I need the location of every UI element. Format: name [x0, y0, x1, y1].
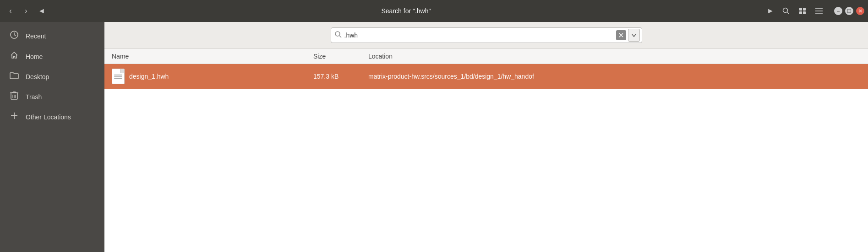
sidebar-item-other-locations-label: Other Locations — [26, 113, 71, 121]
column-header-name: Name — [112, 53, 313, 60]
maximize-button[interactable]: ☐ — [845, 7, 853, 15]
file-list-header: Name Size Location — [104, 49, 868, 64]
sidebar-item-desktop[interactable]: Desktop — [0, 67, 104, 86]
file-list-area: Name Size Location des — [104, 49, 868, 252]
minimize-icon: – — [837, 8, 840, 14]
clock-icon — [9, 30, 19, 42]
file-icon — [112, 69, 125, 84]
maximize-icon: ☐ — [847, 8, 852, 14]
sidebar-item-desktop-label: Desktop — [26, 73, 49, 80]
window-title: Search for ".hwh" — [50, 7, 762, 15]
sidebar-item-recent[interactable]: Recent — [0, 26, 104, 46]
plus-icon — [9, 112, 19, 122]
sidebar-item-home-label: Home — [26, 53, 43, 60]
file-size-cell: 157.3 kB — [313, 73, 368, 80]
table-row[interactable]: design_1.hwh 157.3 kB matrix-product-hw.… — [104, 64, 868, 89]
search-clear-button[interactable] — [616, 30, 626, 40]
home-icon — [9, 51, 19, 62]
trash-icon — [9, 91, 19, 102]
left-arrow-button[interactable]: ◄ — [35, 4, 49, 18]
search-dropdown-button[interactable] — [628, 29, 640, 42]
sidebar: Recent Home Desktop — [0, 22, 104, 252]
titlebar-actions: – ☐ ✕ — [779, 4, 864, 18]
right-arrow-button[interactable]: ► — [764, 4, 777, 18]
column-header-size: Size — [313, 53, 368, 60]
column-header-location: Location — [368, 53, 861, 60]
search-toggle-button[interactable] — [779, 4, 793, 18]
svg-point-0 — [783, 8, 788, 13]
svg-point-22 — [335, 32, 340, 36]
svg-rect-5 — [803, 11, 806, 14]
back-button[interactable]: ‹ — [4, 4, 17, 18]
main-layout: Recent Home Desktop — [0, 22, 868, 252]
file-name: design_1.hwh — [129, 73, 169, 80]
close-button[interactable]: ✕ — [856, 7, 864, 15]
sidebar-item-recent-label: Recent — [26, 32, 46, 40]
menu-button[interactable] — [812, 4, 826, 18]
titlebar: ‹ › ◄ Search for ".hwh" ► — [0, 0, 868, 22]
search-box — [331, 27, 642, 43]
file-name-cell: design_1.hwh — [112, 69, 313, 84]
close-icon: ✕ — [858, 8, 863, 14]
search-icon — [335, 31, 342, 39]
sidebar-item-trash[interactable]: Trash — [0, 86, 104, 107]
minimize-button[interactable]: – — [834, 7, 842, 15]
sidebar-item-home[interactable]: Home — [0, 46, 104, 67]
grid-view-button[interactable] — [796, 4, 809, 18]
forward-button[interactable]: › — [19, 4, 33, 18]
svg-line-1 — [787, 12, 789, 14]
search-input[interactable] — [344, 32, 616, 39]
empty-area — [104, 89, 868, 252]
sidebar-item-other-locations[interactable]: Other Locations — [0, 107, 104, 127]
svg-rect-2 — [799, 8, 802, 11]
folder-icon — [9, 71, 19, 82]
svg-rect-3 — [803, 8, 806, 11]
svg-rect-4 — [799, 11, 802, 14]
svg-line-11 — [14, 35, 16, 36]
content-area: Name Size Location des — [104, 22, 868, 252]
svg-line-23 — [339, 36, 341, 38]
search-bar-container — [104, 22, 868, 49]
file-location-cell: matrix-product-hw.srcs/sources_1/bd/desi… — [368, 73, 861, 80]
sidebar-item-trash-label: Trash — [26, 93, 42, 101]
